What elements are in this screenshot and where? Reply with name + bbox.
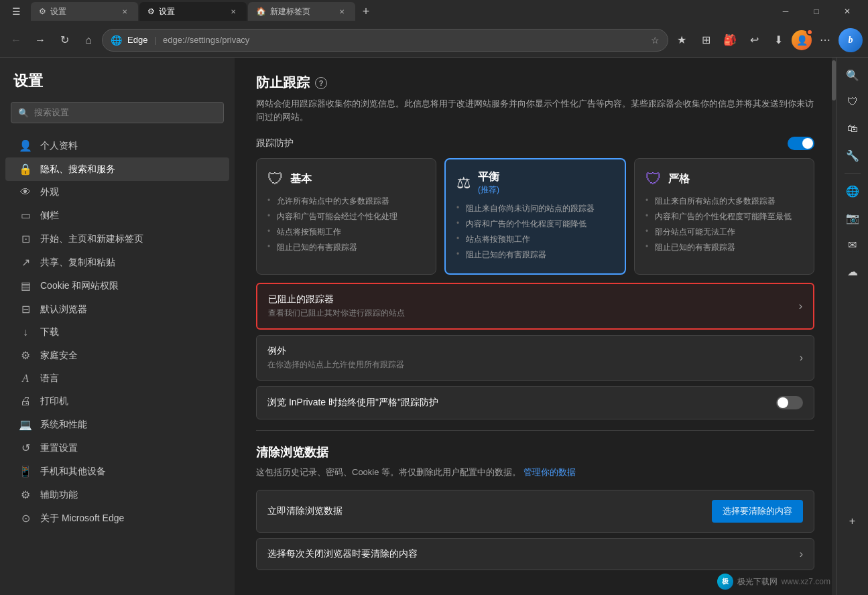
- profile-button[interactable]: 👤: [792, 30, 812, 50]
- sidebar-item-sidebar[interactable]: ▭ 侧栏: [5, 204, 229, 227]
- sidebar-item-downloads[interactable]: ↓ 下载: [5, 321, 229, 344]
- sidebar-item-label-about: 关于 Microsoft Edge: [40, 513, 124, 525]
- rp-image-icon[interactable]: 📷: [841, 206, 865, 230]
- sidebar-item-family[interactable]: ⚙ 家庭安全: [5, 344, 229, 367]
- sidebar-item-appearance[interactable]: 👁 外观: [5, 181, 229, 204]
- rp-tools-icon[interactable]: 🔧: [841, 143, 865, 168]
- card-balanced[interactable]: ⚖ 平衡 (推荐) 阻止来自你尚未访问的站点的跟踪器 内容和广告的个性化程度可能…: [444, 158, 626, 275]
- clear-section-desc: 这包括历史记录、密码、Cookie 等。将仅删除此用户配置中的数据。 管理你的数…: [256, 466, 814, 479]
- new-tab-button[interactable]: +: [357, 2, 375, 21]
- tab-newtab[interactable]: 🏠 新建标签页 ✕: [248, 2, 355, 21]
- favorites-icon[interactable]: ☆: [651, 35, 660, 46]
- sidebar-item-language[interactable]: A 语言: [5, 367, 229, 390]
- sidebar-item-mobile[interactable]: 📱 手机和其他设备: [5, 460, 229, 483]
- rp-send-icon[interactable]: ✉: [841, 233, 865, 257]
- sidebar-item-label-newtab: 开始、主页和新建标签页: [40, 233, 143, 245]
- tracking-label: 跟踪防护: [256, 137, 294, 149]
- sidebar-toggle-btn[interactable]: ☰: [5, 1, 27, 22]
- watermark-url: www.xz7.com: [782, 577, 830, 586]
- card-basic-header: 🛡 基本: [267, 170, 425, 188]
- sidebar-item-label-cookies: Cookie 和网站权限: [40, 280, 119, 292]
- tab-settings-1[interactable]: ⚙ 设置 ✕: [31, 2, 138, 21]
- list-item: 阻止已知的有害跟踪器: [267, 240, 425, 255]
- tab-close-2[interactable]: ✕: [228, 6, 239, 17]
- sidebar-item-privacy[interactable]: 🔒 隐私、搜索和服务: [5, 157, 229, 181]
- help-icon[interactable]: ?: [315, 77, 327, 89]
- clear-on-close-row[interactable]: 选择每次关闭浏览器时要清除的内容 ›: [256, 538, 814, 570]
- downloads-btn[interactable]: ⬇: [767, 29, 789, 51]
- clear-section-title: 清除浏览数据: [256, 444, 814, 460]
- separator-1: [256, 430, 814, 431]
- rp-cloud-icon[interactable]: ☁: [841, 259, 865, 283]
- inprivate-toggle[interactable]: [776, 396, 803, 409]
- forward-button[interactable]: →: [29, 29, 51, 51]
- clear-now-button[interactable]: 选择要清除的内容: [712, 500, 803, 523]
- list-item: 阻止已知的有害跟踪器: [645, 240, 803, 255]
- sidebar-item-label-privacy: 隐私、搜索和服务: [40, 163, 115, 176]
- sidebar-item-newtab[interactable]: ⊡ 开始、主页和新建标签页: [5, 227, 229, 251]
- blocked-trackers-row[interactable]: 已阻止的跟踪器 查看我们已阻止其对你进行跟踪的站点 ›: [256, 283, 814, 330]
- sidebar: 设置 🔍 搜索设置 👤 个人资料 🔒 隐私、搜索和服务 👁 外观 ▭ 侧栏 ⊡ …: [0, 58, 235, 595]
- tab-close-1[interactable]: ✕: [119, 6, 130, 17]
- settings-more-btn[interactable]: ⋯: [814, 29, 836, 51]
- card-strict[interactable]: 🛡 严格 阻止来自所有站点的大多数跟踪器 内容和广告的个性化程度可能降至最低 部…: [634, 158, 814, 275]
- sidebar-item-label-printer: 打印机: [40, 395, 68, 407]
- inprivate-row: 浏览 InPrivate 时始终使用"严格"跟踪防护: [256, 386, 814, 419]
- clear-desc-text: 这包括历史记录、密码、Cookie 等。将仅删除此用户配置中的数据。: [256, 467, 521, 477]
- rp-shield-icon[interactable]: 🛡: [841, 90, 865, 114]
- sidebar-item-cookies[interactable]: ▤ Cookie 和网站权限: [5, 274, 229, 298]
- tab-settings-title-1: 设置: [50, 6, 66, 17]
- list-item: 内容和广告的个性化程度可能降至最低: [645, 209, 803, 224]
- back-button[interactable]: ←: [5, 29, 27, 51]
- home-button[interactable]: ⌂: [78, 29, 99, 51]
- watermark-text: 极光下载网: [737, 576, 778, 588]
- sidebar-item-about[interactable]: ⊙ 关于 Microsoft Edge: [5, 507, 229, 530]
- tab-settings-2[interactable]: ⚙ 设置 ✕: [139, 2, 247, 21]
- clear-section: 清除浏览数据 这包括历史记录、密码、Cookie 等。将仅删除此用户配置中的数据…: [256, 444, 814, 570]
- sidebar-item-label-downloads: 下载: [40, 326, 59, 338]
- sidebar-item-label-sidebar: 侧栏: [40, 210, 59, 222]
- list-item: 阻止来自所有站点的大多数跟踪器: [645, 194, 803, 209]
- sidebar-item-reset[interactable]: ↺ 重置设置: [5, 436, 229, 460]
- rp-world-icon[interactable]: 🌐: [841, 179, 865, 203]
- maximize-button[interactable]: □: [801, 0, 832, 23]
- sidebar-item-printer[interactable]: 🖨 打印机: [5, 390, 229, 413]
- history-btn[interactable]: ↩: [743, 29, 765, 51]
- address-bar[interactable]: 🌐 Edge | edge://settings/privacy ☆: [102, 29, 668, 52]
- browser-wallet-btn[interactable]: 🎒: [719, 29, 741, 51]
- sidebar-item-profile[interactable]: 👤 个人资料: [5, 134, 229, 157]
- card-basic[interactable]: 🛡 基本 允许所有站点中的大多数跟踪器 内容和广告可能会经过个性化处理 站点将按…: [256, 158, 436, 275]
- bing-button[interactable]: b: [839, 28, 863, 52]
- card-basic-icon: 🛡: [267, 170, 284, 188]
- scrollbar-thumb[interactable]: [832, 60, 836, 101]
- rp-bag-icon[interactable]: 🛍: [841, 117, 865, 141]
- list-item: 站点将按预期工作: [456, 232, 614, 247]
- rp-divider: [845, 173, 861, 174]
- minimize-button[interactable]: ─: [770, 0, 801, 23]
- favorites-btn[interactable]: ★: [671, 29, 692, 51]
- list-item: 部分站点可能无法工作: [645, 224, 803, 240]
- rp-add-icon[interactable]: +: [841, 509, 865, 533]
- search-icon: 🔍: [18, 108, 29, 118]
- address-domain: Edge: [127, 35, 147, 45]
- newtab-icon: ⊡: [19, 233, 32, 245]
- search-box[interactable]: 🔍 搜索设置: [11, 102, 224, 123]
- sidebar-item-accessibility[interactable]: ⚙ 辅助功能: [5, 483, 229, 507]
- rp-zoom-icon[interactable]: 🔍: [841, 63, 865, 87]
- profile-avatar: 👤: [796, 35, 808, 46]
- exceptions-left: 例外 在你选择的站点上允许使用所有跟踪器: [267, 345, 404, 371]
- tracking-toggle[interactable]: [788, 137, 814, 150]
- sidebar-item-browser[interactable]: ⊟ 默认浏览器: [5, 298, 229, 321]
- collections-btn[interactable]: ⊞: [695, 29, 717, 51]
- manage-data-link[interactable]: 管理你的数据: [523, 467, 576, 477]
- profile-icon: 👤: [19, 139, 32, 152]
- exceptions-row[interactable]: 例外 在你选择的站点上允许使用所有跟踪器 ›: [256, 335, 814, 381]
- sidebar-item-sharing[interactable]: ↗ 共享、复制和粘贴: [5, 251, 229, 274]
- tab-close-3[interactable]: ✕: [336, 6, 347, 17]
- family-icon: ⚙: [19, 349, 32, 362]
- refresh-button[interactable]: ↻: [54, 29, 75, 51]
- browser-icon: ⊟: [19, 303, 32, 316]
- address-text: Edge | edge://settings/privacy: [127, 35, 645, 45]
- close-button[interactable]: ✕: [832, 0, 863, 23]
- sidebar-item-system[interactable]: 💻 系统和性能: [5, 413, 229, 436]
